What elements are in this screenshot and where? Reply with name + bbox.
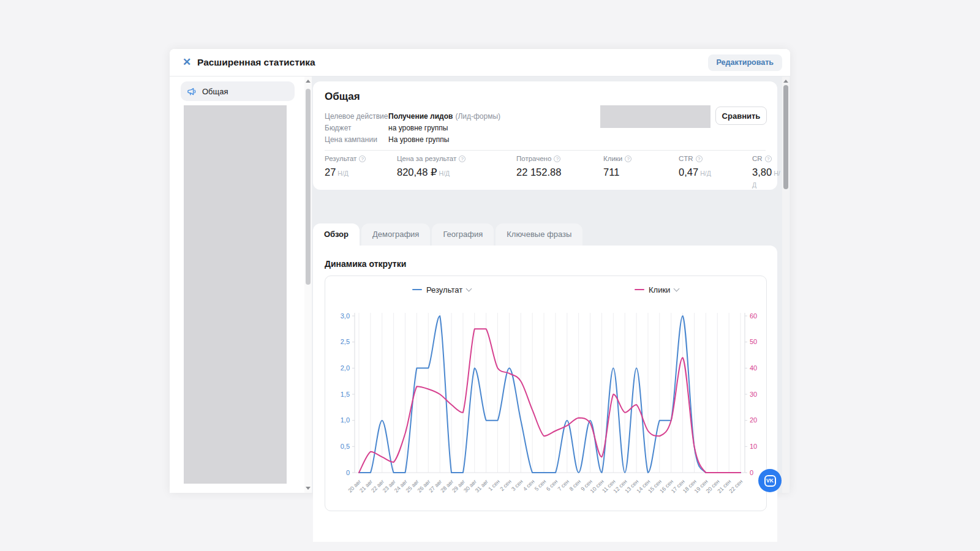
help-icon[interactable]: ?	[625, 156, 631, 162]
svg-text:30: 30	[750, 391, 757, 398]
stat-suffix: Н/Д	[700, 170, 711, 177]
svg-text:3,0: 3,0	[341, 312, 350, 320]
overview-card: Общая Целевое действие Получение лидов (…	[313, 81, 777, 190]
stat-clicks: Клики? 711	[603, 155, 631, 178]
campaign-info: Целевое действие Получение лидов (Лид-фо…	[325, 110, 500, 145]
svg-text:0,5: 0,5	[341, 443, 350, 450]
modal-header: ✕ Расширенная статистика Редактировать	[170, 49, 790, 77]
stat-cr: CR? 3,80Н/Д	[752, 155, 780, 190]
info-row-action: Целевое действие Получение лидов (Лид-фо…	[325, 110, 500, 122]
svg-text:40: 40	[750, 364, 757, 372]
close-icon[interactable]: ✕	[181, 57, 192, 68]
dynamics-chart: 00,51,01,52,02,53,0010203040506020 авг21…	[325, 276, 767, 511]
help-icon[interactable]: ?	[696, 156, 703, 162]
help-icon[interactable]: ?	[554, 156, 560, 162]
sidebar-scrollbar[interactable]	[304, 77, 312, 493]
stat-suffix: Н/Д	[337, 170, 349, 177]
tab-geography[interactable]: География	[432, 223, 494, 246]
stat-ctr: CTR? 0,47Н/Д	[679, 155, 711, 178]
stats-tabs: Обзор Демография География Ключевые фраз…	[313, 223, 582, 246]
svg-text:1,0: 1,0	[341, 416, 350, 424]
help-icon[interactable]: ?	[765, 156, 772, 162]
svg-text:4 сен: 4 сен	[522, 478, 536, 492]
vk-support-button[interactable]: VK	[758, 469, 782, 492]
vk-logo-icon: VK	[764, 475, 776, 487]
line-chart-canvas: 00,51,01,52,02,53,0010203040506020 авг21…	[325, 276, 766, 511]
svg-text:7 сен: 7 сен	[557, 478, 571, 492]
stat-result: Результат? 27Н/Д	[325, 155, 366, 178]
legend-swatch-clicks	[635, 289, 644, 291]
info-value: На уровне группы	[388, 135, 449, 144]
svg-text:31 авг: 31 авг	[474, 478, 490, 494]
info-note: (Лид-формы)	[455, 112, 500, 121]
tab-keywords[interactable]: Ключевые фразы	[496, 223, 582, 246]
divider	[325, 150, 766, 151]
info-value: Получение лидов	[388, 112, 453, 121]
campaign-sidebar: Общая	[170, 77, 312, 493]
stat-suffix: Н/Д	[439, 170, 450, 177]
svg-text:6 сен: 6 сен	[545, 478, 559, 492]
help-icon[interactable]: ?	[359, 156, 366, 162]
stat-value: 711	[603, 167, 619, 178]
stats-main-panel: Общая Целевое действие Получение лидов (…	[312, 77, 790, 493]
scroll-up-icon[interactable]	[306, 80, 311, 83]
compare-button[interactable]: Сравнить	[715, 107, 767, 125]
chart-section-title: Динамика открутки	[325, 259, 406, 269]
stat-spent: Потрачено? 22 152.88	[516, 155, 561, 178]
info-label: Цена кампании	[325, 135, 388, 144]
legend-swatch-result	[412, 289, 422, 291]
info-label: Целевое действие	[325, 112, 388, 121]
stat-value: 820,48 ₽	[397, 167, 437, 178]
main-scrollbar[interactable]	[782, 77, 790, 493]
modal-title: Расширенная статистика	[197, 57, 315, 68]
sidebar-scrollbar-thumb[interactable]	[306, 89, 311, 285]
stat-value: 27	[325, 167, 336, 178]
edit-button[interactable]: Редактировать	[708, 54, 782, 71]
help-icon[interactable]: ?	[459, 156, 466, 162]
stat-value: 22 152.88	[516, 167, 561, 178]
legend-clicks[interactable]: Клики	[635, 284, 679, 295]
svg-text:0: 0	[750, 469, 753, 476]
scroll-up-icon[interactable]	[783, 80, 788, 83]
svg-text:50: 50	[750, 338, 757, 345]
overview-title: Общая	[325, 91, 360, 103]
svg-text:0: 0	[346, 469, 350, 476]
svg-text:2,5: 2,5	[341, 338, 350, 345]
megaphone-icon	[187, 86, 197, 97]
redacted-campaign-list	[184, 105, 287, 484]
legend-result[interactable]: Результат	[412, 284, 471, 295]
stat-label: Результат	[325, 155, 356, 162]
scroll-down-icon[interactable]	[306, 487, 311, 490]
redacted-field	[600, 105, 710, 128]
chevron-down-icon[interactable]	[466, 285, 472, 291]
info-row-budget: Бюджет на уровне группы	[325, 122, 500, 133]
stat-label: CTR	[679, 155, 693, 162]
tab-demography[interactable]: Демография	[361, 223, 430, 246]
info-label: Бюджет	[325, 124, 388, 132]
svg-text:60: 60	[750, 312, 757, 320]
sidebar-item-general[interactable]: Общая	[181, 81, 295, 101]
tab-overview[interactable]: Обзор	[313, 223, 360, 246]
stat-value: 0,47	[679, 167, 698, 178]
stat-value: 3,80	[752, 167, 772, 178]
svg-text:5 сен: 5 сен	[533, 478, 548, 492]
svg-text:2 сен: 2 сен	[499, 478, 513, 492]
info-value: на уровне группы	[388, 124, 448, 132]
main-scrollbar-thumb[interactable]	[783, 85, 788, 189]
sidebar-item-label: Общая	[202, 87, 228, 96]
svg-text:2,0: 2,0	[341, 364, 350, 372]
svg-text:1 сен: 1 сен	[487, 478, 501, 492]
stat-label: Потрачено	[516, 155, 551, 162]
legend-label: Клики	[649, 285, 670, 294]
stat-cost-per-result: Цена за результат? 820,48 ₽Н/Д	[397, 155, 466, 178]
svg-text:3 сен: 3 сен	[510, 478, 524, 492]
svg-text:20: 20	[750, 416, 757, 424]
legend-label: Результат	[426, 285, 462, 294]
svg-text:8 сен: 8 сен	[568, 478, 582, 492]
svg-text:1,5: 1,5	[341, 391, 350, 398]
chevron-down-icon[interactable]	[674, 285, 680, 291]
svg-text:10: 10	[750, 443, 757, 450]
extended-stats-modal: ✕ Расширенная статистика Редактировать О…	[170, 49, 790, 493]
info-row-price: Цена кампании На уровне группы	[325, 133, 500, 145]
stat-label: Клики	[603, 155, 622, 162]
